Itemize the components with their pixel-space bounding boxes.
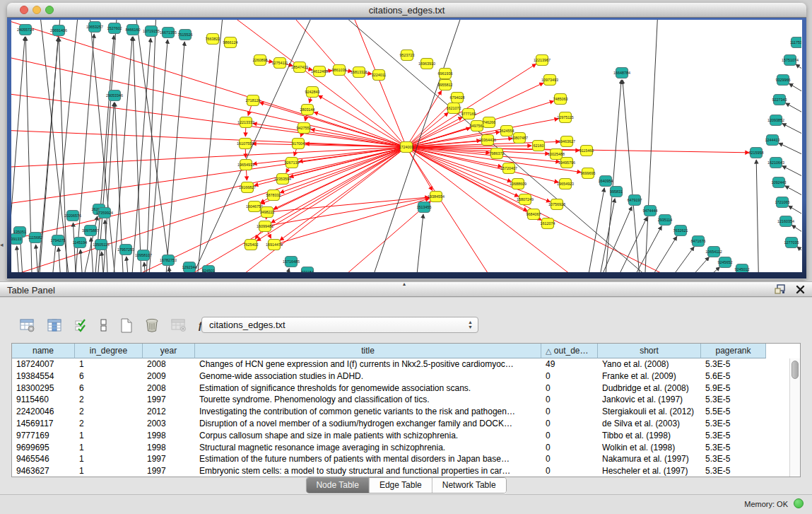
graph-node-9861036[interactable]: 9861036 — [332, 65, 347, 76]
graph-node-5878332[interactable]: 5878332 — [266, 190, 281, 201]
graph-node-24055724[interactable]: 24055724 — [17, 25, 34, 35]
graph-node-6961936[interactable]: 6961936 — [438, 69, 453, 79]
new-column-icon[interactable] — [120, 318, 133, 333]
graph-node-9227343[interactable]: 9227343 — [772, 95, 787, 105]
graph-node-1621072[interactable]: 1621072 — [447, 103, 461, 114]
graph-node-6479197[interactable]: 6479197 — [628, 195, 642, 206]
citation-network-graph[interactable]: 2405572420691406106532571527602846616010… — [11, 20, 801, 272]
black-edge[interactable] — [195, 20, 223, 272]
black-edge[interactable] — [786, 103, 801, 124]
red-edge[interactable] — [406, 112, 448, 147]
float-panel-icon[interactable] — [775, 284, 786, 295]
red-edge[interactable] — [274, 199, 429, 245]
red-edge[interactable] — [351, 20, 406, 147]
graph-node-15751074[interactable]: 15751074 — [782, 55, 799, 66]
graph-node-1612074[interactable]: 1612074 — [541, 218, 555, 229]
graph-node-18547419[interactable]: 18547419 — [291, 62, 308, 73]
graph-node-12353594[interactable]: 12353594 — [274, 174, 291, 185]
graph-node-2935114[interactable]: 2935114 — [658, 215, 673, 226]
column-header-name[interactable]: name — [12, 344, 75, 358]
black-edge[interactable] — [595, 199, 615, 272]
graph-node-7625402[interactable]: 7625402 — [244, 240, 259, 250]
table-settings-icon[interactable] — [20, 319, 35, 332]
graph-node-29053346[interactable]: 29053346 — [106, 90, 123, 101]
graph-node-12093852[interactable]: 12093852 — [767, 115, 784, 126]
graph-node-1721065[interactable]: 1721065 — [775, 197, 790, 208]
table-row[interactable]: 1872400712008Changes of HCN gene express… — [12, 358, 800, 370]
graph-node-9777169[interactable]: 9777169 — [461, 109, 476, 119]
graph-node-19166827[interactable]: 19166827 — [239, 182, 256, 193]
graph-node-30975887[interactable]: 30975887 — [82, 226, 99, 236]
table-row[interactable]: 2242004622012Investigating the contribut… — [12, 406, 800, 418]
graph-node-15716485[interactable]: 15716485 — [283, 257, 300, 267]
graph-node-1640954[interactable]: 1640954 — [599, 176, 613, 187]
network-canvas[interactable]: 2405572420691406106532571527602846616010… — [11, 20, 802, 272]
graph-node-1115682[interactable]: 1115682 — [28, 233, 42, 243]
red-edge[interactable] — [315, 201, 430, 272]
black-edge[interactable] — [782, 124, 801, 145]
table-row[interactable]: 977716911998Corpus callosum shape and si… — [12, 430, 800, 442]
graph-node-9245012[interactable]: 9245012 — [735, 264, 750, 273]
graph-node-2260898[interactable]: 2260898 — [253, 55, 268, 66]
black-edge[interactable] — [280, 269, 289, 272]
graph-node-14612469[interactable]: 14612469 — [311, 66, 328, 77]
graph-node-15807249[interactable]: 15807249 — [517, 194, 534, 205]
red-edge[interactable] — [11, 147, 406, 272]
scrollbar-thumb[interactable] — [792, 361, 799, 379]
graph-node-995831[interactable]: 995831 — [610, 187, 623, 197]
graph-node-16648784[interactable]: 16648784 — [613, 68, 630, 78]
graph-node-39133[interactable]: 39133 — [11, 234, 23, 245]
graph-node-16099481[interactable]: 16099481 — [257, 221, 273, 232]
graph-node-12754111[interactable]: 12754111 — [271, 58, 288, 69]
red-edge[interactable] — [260, 103, 406, 147]
black-edge[interactable] — [146, 20, 156, 272]
black-edge[interactable] — [623, 80, 642, 272]
graph-node-12160354[interactable]: 12160354 — [777, 216, 794, 227]
panel-splitter-handle[interactable]: ▴ — [403, 281, 406, 287]
memory-status-indicator[interactable] — [794, 498, 804, 508]
black-edge[interactable] — [73, 34, 94, 272]
graph-node-19384554[interactable]: 19384554 — [428, 192, 445, 202]
graph-node-1794275[interactable]: 1794275 — [51, 235, 66, 246]
row-format-icon[interactable] — [100, 318, 108, 332]
red-edge[interactable] — [265, 198, 429, 226]
graph-node-20691406[interactable]: 20691406 — [50, 25, 67, 36]
graph-node-10654112[interactable]: 10654112 — [705, 247, 722, 257]
black-edge[interactable] — [584, 188, 604, 272]
graph-node-9427552[interactable]: 9427552 — [297, 123, 312, 134]
graph-node-1092443[interactable]: 1092443 — [772, 177, 787, 188]
black-edge[interactable] — [147, 40, 167, 272]
black-edge[interactable] — [414, 214, 423, 272]
graph-node-9267130[interactable]: 9267130 — [285, 158, 300, 168]
graph-node-13505115[interactable]: 13505115 — [93, 240, 110, 250]
table-row[interactable]: 1456911722003Disruption of a novel membe… — [12, 418, 800, 430]
graph-node-7986372[interactable]: 7986372 — [490, 148, 505, 159]
graph-node-19654933[interactable]: 19654933 — [237, 160, 254, 170]
black-edge[interactable] — [133, 37, 142, 272]
column-header-in_degree[interactable]: in_degree — [75, 344, 143, 358]
graph-node-12213333[interactable]: 12213333 — [237, 117, 254, 128]
tab-node-table[interactable]: Node Table — [306, 478, 370, 493]
graph-node-1527602[interactable]: 1527602 — [107, 23, 122, 34]
graph-node-10958107[interactable]: 10958107 — [135, 250, 152, 261]
graph-node-931184[interactable]: 931184 — [301, 267, 314, 273]
black-edge[interactable] — [681, 267, 720, 272]
graph-node-19495796[interactable]: 19495796 — [558, 158, 575, 168]
graph-node-10756928[interactable]: 10756928 — [548, 199, 565, 210]
graph-node-8466160[interactable]: 8466160 — [126, 25, 141, 35]
graph-node-3224011[interactable]: 3224011 — [372, 70, 387, 81]
graph-node-917004[interactable]: 917004 — [292, 139, 305, 149]
graph-node-2718126[interactable]: 2718126 — [246, 95, 261, 106]
black-edge[interactable] — [789, 83, 801, 105]
graph-node-7515526[interactable]: 7515526 — [178, 30, 193, 40]
vertical-scrollbar[interactable] — [789, 358, 800, 477]
graph-node-1292344[interactable]: 1292344 — [182, 262, 197, 273]
graph-node-16210643[interactable]: 16210643 — [767, 158, 784, 168]
panel-collapse-arrow[interactable]: ◂ — [0, 241, 4, 248]
import-table-icon[interactable] — [171, 319, 187, 332]
red-edge[interactable] — [267, 197, 429, 212]
graph-node-9684067[interactable]: 9684067 — [526, 209, 541, 220]
graph-node-10807487[interactable]: 10807487 — [511, 133, 528, 144]
graph-node-7485063[interactable]: 7485063 — [553, 94, 568, 105]
graph-node-16963910[interactable]: 16963910 — [418, 59, 435, 69]
